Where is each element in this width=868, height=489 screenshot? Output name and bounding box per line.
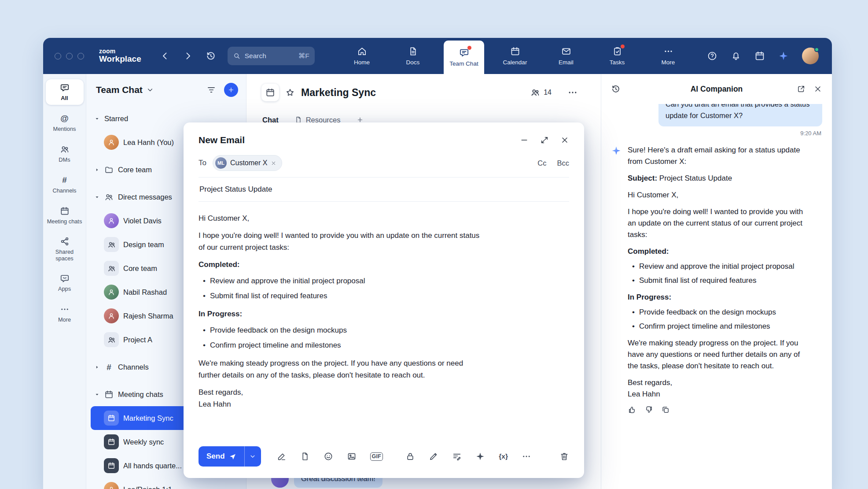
group-avatar xyxy=(104,237,119,252)
ai-assist-button[interactable] xyxy=(475,452,485,461)
emoji-button[interactable] xyxy=(324,452,333,461)
list-item: Confirm project timeline and milestones xyxy=(628,321,804,332)
rail-item-more[interactable]: More xyxy=(46,301,84,326)
email-in-progress-list: Provide feedback on the design mockups C… xyxy=(199,324,480,351)
apps-icon xyxy=(60,274,70,283)
template-button[interactable] xyxy=(300,452,310,461)
close-window-button[interactable] xyxy=(55,53,61,59)
close-icon[interactable] xyxy=(813,85,822,93)
channel-title: Marketing Sync xyxy=(301,87,376,99)
rail-item-dms[interactable]: DMs xyxy=(46,141,84,167)
edit-button[interactable] xyxy=(429,452,438,461)
search-input[interactable]: Search ⌘F xyxy=(228,47,315,65)
channel-more-button[interactable] xyxy=(567,87,578,98)
bcc-button[interactable]: Bcc xyxy=(557,159,569,167)
nav-team-chat-label: Team Chat xyxy=(449,60,478,67)
to-label: To xyxy=(199,159,206,167)
ai-feedback-actions xyxy=(628,405,804,414)
ai-companion-button[interactable] xyxy=(778,51,789,61)
open-in-new-icon[interactable] xyxy=(797,85,805,93)
email-in-progress-label: In Progress: xyxy=(199,308,480,320)
logo-zoom: zoom xyxy=(99,48,141,55)
star-channel-button[interactable] xyxy=(285,88,295,97)
history-button[interactable] xyxy=(206,51,216,61)
avatar xyxy=(104,482,119,489)
send-options-button[interactable] xyxy=(244,446,261,467)
variables-button[interactable]: {x} xyxy=(499,452,508,460)
help-button[interactable] xyxy=(707,51,717,61)
minimize-window-button[interactable] xyxy=(66,53,73,59)
thumbs-up-button[interactable] xyxy=(628,405,636,414)
remove-recipient-icon[interactable] xyxy=(271,160,276,166)
ai-conversation: Can you draft an email that provides a s… xyxy=(601,104,832,489)
nav-email[interactable]: Email xyxy=(546,38,586,74)
rail-item-shared-spaces[interactable]: Shared spaces xyxy=(46,233,84,265)
notifications-button[interactable] xyxy=(731,51,741,61)
rail-item-meeting-chats[interactable]: Meeting chats xyxy=(46,203,84,228)
rail-item-apps[interactable]: Apps xyxy=(46,270,84,296)
image-button[interactable] xyxy=(347,452,357,461)
signature-pen-button[interactable] xyxy=(277,452,287,461)
thumbs-down-button[interactable] xyxy=(644,405,653,414)
chat-item-label: Core team xyxy=(123,264,157,273)
avatar xyxy=(104,135,119,150)
chat-item-label: Nabil Rashad xyxy=(123,288,167,296)
rail-item-mentions[interactable]: @ Mentions xyxy=(46,110,84,136)
avatar xyxy=(104,308,119,323)
ai-response: Sure! Here's a draft email asking for a … xyxy=(611,144,822,414)
meeting-chat-avatar xyxy=(104,458,119,473)
nav-calendar-label: Calendar xyxy=(503,59,527,66)
nav-home[interactable]: Home xyxy=(342,38,382,74)
members-button[interactable]: 14 xyxy=(530,88,552,97)
rail-item-channels[interactable]: # Channels xyxy=(46,172,84,197)
back-button[interactable] xyxy=(160,51,170,61)
user-avatar[interactable] xyxy=(802,48,819,64)
email-body[interactable]: Hi Customer X, I hope you're doing well!… xyxy=(199,202,569,439)
history-icon[interactable] xyxy=(611,84,621,94)
fullscreen-window-button[interactable] xyxy=(77,53,84,59)
nav-tasks-label: Tasks xyxy=(610,59,625,66)
chat-list-title: Team Chat xyxy=(96,85,143,95)
person-icon xyxy=(107,288,115,296)
nav-calendar[interactable]: Calendar xyxy=(495,38,535,74)
email-paragraph: I hope you're doing well! I wanted to pr… xyxy=(199,230,480,253)
chat-item-lea-rajesh[interactable]: Lea/Rajesh 1:1 xyxy=(91,478,242,489)
nav-team-chat[interactable]: Team Chat xyxy=(444,41,484,74)
nav-tasks[interactable]: Tasks xyxy=(597,38,637,74)
discard-button[interactable] xyxy=(559,452,569,461)
new-chat-button[interactable] xyxy=(224,83,238,97)
nav-docs[interactable]: Docs xyxy=(393,38,433,74)
chat-item-label: Marketing Sync xyxy=(123,414,173,422)
calendar-icon xyxy=(510,46,520,56)
list-item: Confirm project timeline and milestones xyxy=(199,339,480,351)
subject-input[interactable]: Project Status Update xyxy=(199,178,569,202)
cc-button[interactable]: Cc xyxy=(537,159,546,167)
minimize-icon[interactable] xyxy=(520,136,529,144)
ai-response-text: Sure! Here's a draft email asking for a … xyxy=(628,144,804,414)
expand-icon[interactable] xyxy=(540,136,549,144)
copy-button[interactable] xyxy=(661,405,670,414)
search-placeholder: Search xyxy=(245,52,266,60)
close-icon[interactable] xyxy=(560,136,569,144)
message-timestamp: 9:20 AM xyxy=(612,130,821,137)
rail-channels-label: Channels xyxy=(52,187,76,194)
forward-button[interactable] xyxy=(183,51,193,61)
notification-dot xyxy=(467,46,471,50)
ai-completed-list: Review and approve the initial project p… xyxy=(628,261,804,286)
section-label: Core team xyxy=(118,166,152,174)
insert-signature-button[interactable] xyxy=(452,452,462,461)
nav-more[interactable]: More xyxy=(648,38,688,74)
schedule-button[interactable] xyxy=(754,51,765,61)
recipient-chip[interactable]: ML Customer X xyxy=(213,155,282,171)
more-options-button[interactable] xyxy=(522,452,531,461)
chevron-down-icon[interactable] xyxy=(146,86,154,94)
list-item: Provide feedback on the design mockups xyxy=(628,307,804,318)
rail-item-all[interactable]: All xyxy=(46,79,84,105)
encrypt-button[interactable] xyxy=(405,452,415,461)
filter-button[interactable] xyxy=(206,85,216,95)
section-label: Channels xyxy=(118,363,149,371)
gif-button[interactable]: GIF xyxy=(370,452,383,461)
send-button[interactable]: Send xyxy=(199,446,244,467)
calendar-icon xyxy=(107,462,115,470)
chat-sidebar-rail: All @ Mentions DMs # Channels Meeting ch… xyxy=(43,74,86,489)
